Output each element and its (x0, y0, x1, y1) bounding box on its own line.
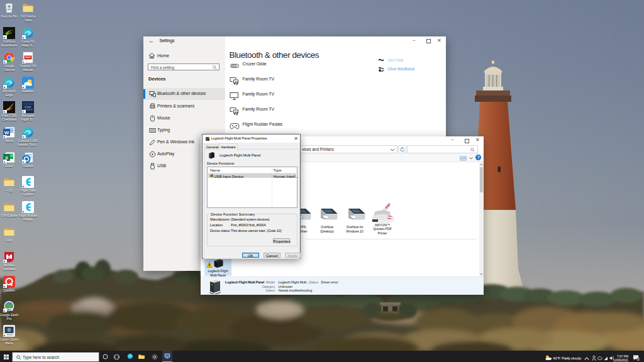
svg-text:W: W (4, 130, 9, 136)
svg-text:PDF: PDF (384, 203, 391, 209)
svg-text:PDF: PDF (25, 56, 31, 59)
svg-text:Pro: Pro (8, 309, 11, 311)
svg-text:X: X (5, 155, 9, 160)
svg-text:SIMULATOR: SIMULATOR (23, 109, 33, 111)
svg-text:FLIGHT: FLIGHT (25, 106, 31, 109)
